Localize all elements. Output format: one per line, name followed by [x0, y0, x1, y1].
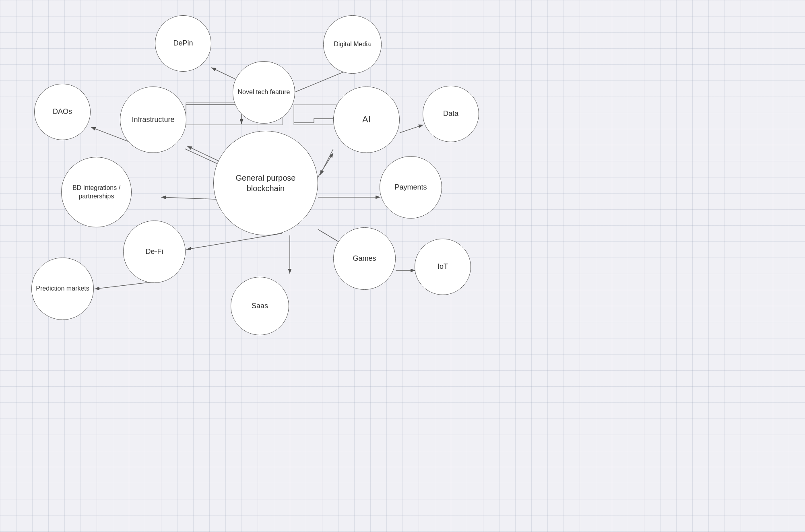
node-depin: DePin [155, 15, 211, 72]
node-data: Data [423, 86, 479, 142]
node-games: Games [333, 227, 396, 290]
svg-line-13 [186, 233, 282, 250]
arrows-layer [0, 0, 805, 532]
node-center: General purposeblockchain [213, 131, 318, 235]
svg-rect-19 [294, 105, 338, 125]
node-novel: Novel tech feature [233, 61, 295, 124]
node-infrastructure: Infrastructure [120, 87, 186, 153]
node-saas: Saas [231, 277, 289, 335]
node-payments: Payments [380, 156, 442, 219]
svg-line-9 [320, 149, 333, 175]
svg-line-8 [318, 153, 333, 177]
node-digital-media: Digital Media [323, 15, 382, 74]
node-daos: DAOs [34, 84, 91, 140]
node-defi: De-Fi [123, 221, 186, 283]
node-iot: IoT [415, 239, 471, 295]
node-ai: AI [333, 87, 400, 153]
node-bd: BD Integrations /partnerships [61, 157, 132, 227]
svg-line-14 [95, 282, 155, 289]
svg-line-10 [400, 125, 423, 133]
node-prediction: Prediction markets [31, 258, 94, 320]
diagram-container: General purposeblockchain Infrastructure… [0, 0, 805, 532]
